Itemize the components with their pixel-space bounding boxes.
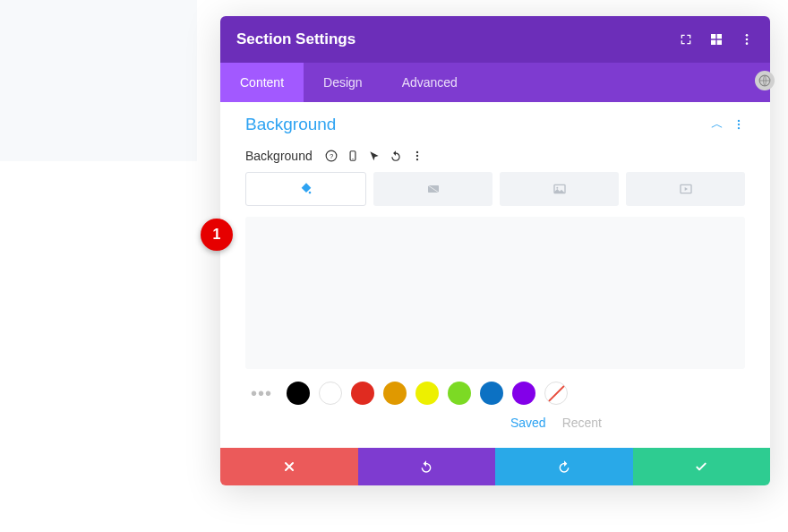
background-type-tabs [220,172,770,217]
annotation-badge: 1 [201,219,233,251]
color-swatch-row: ••• [220,382,770,412]
section-more-icon[interactable] [732,118,745,131]
svg-point-1 [746,39,749,41]
panel-title: Section Settings [236,30,355,48]
svg-point-11 [416,155,418,157]
help-icon[interactable]: ? [325,150,338,162]
tab-advanced[interactable]: Advanced [382,63,477,102]
expand-icon[interactable] [679,32,693,47]
field-option-icons: ? [325,150,424,162]
recent-link[interactable]: Recent [562,416,602,430]
svg-point-10 [416,151,418,153]
bg-tab-color[interactable] [245,172,366,206]
panel-footer [220,448,770,485]
header-actions [679,32,754,47]
gradient-icon [426,182,441,196]
hover-icon[interactable] [368,150,381,162]
responsive-icon[interactable] [347,150,359,162]
section-title: Background [245,115,336,134]
background-preview[interactable] [245,217,745,369]
svg-point-5 [738,127,740,129]
close-icon [282,459,296,474]
main-tabs: Content Design Advanced [220,63,770,102]
globe-icon[interactable] [755,71,775,90]
svg-point-2 [746,42,749,45]
check-icon [694,459,708,474]
section-header: Background ︿ [220,102,770,143]
background-field-row: Background ? [220,143,770,172]
redo-icon [557,459,571,474]
bg-tab-image[interactable] [500,172,619,206]
paint-bucket-icon [299,182,313,196]
svg-point-15 [556,187,558,189]
more-icon[interactable] [740,32,754,47]
svg-point-3 [738,120,740,122]
swatch-purple[interactable] [512,382,535,405]
chevron-up-icon[interactable]: ︿ [711,116,724,133]
tab-design[interactable]: Design [304,63,382,102]
grid-icon[interactable] [709,32,724,47]
field-more-icon[interactable] [411,150,424,162]
swatch-orange[interactable] [383,382,407,405]
swatch-blue[interactable] [480,382,503,405]
swatch-none[interactable] [544,382,568,405]
svg-point-9 [352,159,353,159]
svg-point-0 [746,34,749,37]
background-label: Background [245,149,313,163]
undo-icon [419,459,433,474]
redo-button[interactable] [495,448,633,485]
tab-content[interactable]: Content [220,63,304,102]
cancel-button[interactable] [220,448,358,485]
save-button[interactable] [633,448,771,485]
swatch-white[interactable] [319,382,342,405]
swatch-red[interactable] [351,382,374,405]
svg-point-4 [738,124,740,125]
reset-icon[interactable] [390,150,402,162]
palette-links: Saved Recent [220,412,627,448]
svg-point-12 [416,159,418,160]
svg-text:?: ? [330,152,333,160]
video-icon [679,182,693,196]
swatch-black[interactable] [287,382,310,405]
saved-link[interactable]: Saved [510,416,546,430]
swatch-more-icon[interactable]: ••• [245,383,278,404]
swatch-yellow[interactable] [415,382,439,405]
panel-header: Section Settings [220,16,770,63]
undo-button[interactable] [358,448,496,485]
swatch-green[interactable] [448,382,471,405]
panel-body: Background ︿ Background ? [220,102,770,448]
page-background [0,0,197,161]
section-settings-panel: Section Settings Content Design Advanced… [220,16,770,485]
section-controls: ︿ [711,116,745,133]
bg-tab-video[interactable] [626,172,745,206]
image-icon [552,182,567,196]
bg-tab-gradient[interactable] [373,172,492,206]
